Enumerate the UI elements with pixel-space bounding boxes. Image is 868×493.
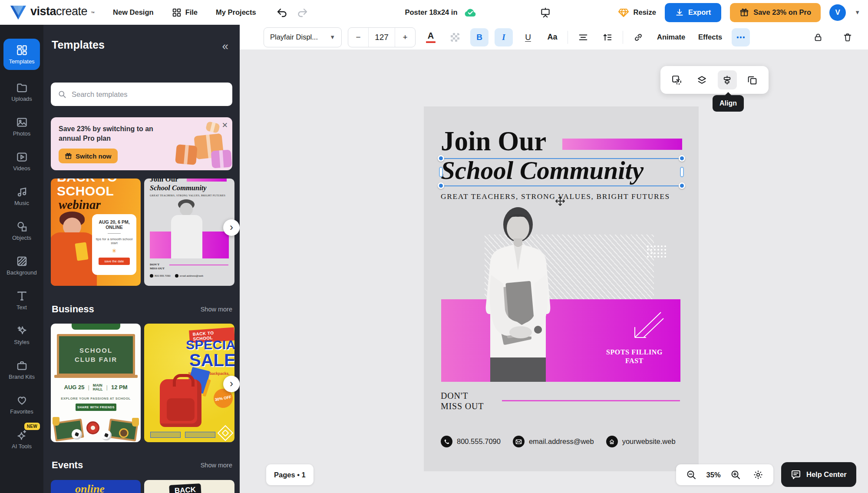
resize-button[interactable]: Resize [618, 7, 656, 18]
zoom-level[interactable]: 35% [706, 471, 721, 479]
selection-bottom-edge[interactable] [441, 185, 682, 186]
row-next-button[interactable]: › [223, 376, 240, 392]
template-thumb-back[interactable]: BACK [144, 480, 234, 493]
redo-icon [297, 7, 308, 18]
dots-grid-pattern [646, 245, 668, 258]
duplicate-button[interactable] [743, 70, 762, 89]
font-family-dropdown[interactable]: Playfair Displ...▼ [264, 27, 342, 47]
zoom-out-button[interactable] [684, 467, 699, 482]
line-spacing-button[interactable] [598, 28, 617, 46]
selection-handle-top-left[interactable] [438, 155, 444, 162]
nav-file[interactable]: File [172, 8, 198, 17]
switch-now-button[interactable]: Switch now [59, 149, 118, 163]
sidebar-item-photos[interactable]: Photos [2, 109, 42, 144]
canvas-area: Playfair Displ...▼ − 127 + A B I U Aa [240, 25, 868, 493]
text-format-toolbar: Playfair Displ...▼ − 127 + A B I U Aa [240, 25, 868, 50]
line-spacing-icon [603, 33, 612, 42]
lock-button[interactable] [809, 28, 827, 46]
videos-icon [16, 151, 28, 163]
font-size-decrease[interactable]: − [348, 28, 368, 47]
sidebar-item-text[interactable]: Text [2, 283, 42, 318]
events-show-more[interactable]: Show more [201, 462, 232, 469]
logo-wordmark: vistacreate [30, 5, 87, 18]
sidebar-item-background[interactable]: Background [2, 248, 42, 283]
nav-my-projects[interactable]: My Projects [216, 8, 256, 17]
align-button[interactable] [718, 70, 737, 89]
poster-title-line1[interactable]: Join Our [441, 126, 546, 157]
align-center-icon [578, 33, 588, 42]
text-align-button[interactable] [574, 28, 592, 46]
template-thumb-club-fair[interactable]: SCHOOL CLUB FAIR AUG 25| MAINHALL |12 PM… [51, 324, 141, 442]
font-color-button[interactable]: A [422, 28, 440, 46]
replace-button[interactable] [667, 70, 686, 89]
selection-handle-top-right[interactable] [679, 155, 685, 162]
zoom-in-button[interactable] [728, 467, 743, 482]
sidebar-item-objects[interactable]: Objects [2, 213, 42, 248]
teacher-photo[interactable] [465, 205, 571, 382]
sidebar-item-ai-tools[interactable]: NEW AI Tools [2, 422, 42, 457]
sidebar-item-videos[interactable]: Videos [2, 144, 42, 179]
section-title-business: Business [52, 304, 94, 315]
text-case-button[interactable]: Aa [543, 28, 561, 46]
account-caret-icon[interactable]: ▼ [855, 9, 860, 16]
template-thumb-online[interactable]: online [51, 480, 141, 493]
poster-dont-miss-text[interactable]: DON'TMISS OUT [441, 391, 484, 411]
template-thumb-special-sale[interactable]: BACK TO SCHOOL SPECIAL SALE Notebooks, b… [144, 324, 234, 442]
promo-banner[interactable]: Save 23% by switching to an annual Pro p… [51, 117, 232, 170]
font-size-increase[interactable]: + [395, 28, 415, 47]
document-title-group: Poster 18x24 in [405, 0, 476, 25]
vistacreate-logo[interactable]: vistacreate ™ [10, 5, 95, 20]
poster-spots-text[interactable]: SPOTS FILLINGFAST [597, 348, 671, 365]
business-show-more[interactable]: Show more [201, 306, 232, 313]
sidebar-item-uploads[interactable]: Uploads [2, 74, 42, 109]
element-toolbar [660, 66, 769, 94]
redo-button[interactable] [296, 6, 309, 19]
nav-new-design[interactable]: New Design [113, 8, 154, 17]
font-size-value[interactable]: 127 [368, 28, 395, 47]
undo-button[interactable] [275, 6, 288, 19]
poster-contacts[interactable]: 800.555.7090 email.address@web yourwebsi… [441, 436, 676, 447]
export-button[interactable]: Export [665, 3, 721, 22]
ellipsis-icon [736, 36, 745, 39]
template-thumb-school-community[interactable]: Join Our School Community GREAT TEACHERS… [144, 179, 234, 286]
animate-button[interactable]: Animate [653, 33, 689, 41]
bold-button[interactable]: B [470, 28, 488, 46]
layers-button[interactable] [693, 70, 712, 89]
poster-rule-line[interactable] [502, 400, 680, 401]
avatar[interactable]: V [829, 4, 846, 21]
align-icon [722, 75, 733, 86]
document-title[interactable]: Poster 18x24 in [405, 8, 457, 17]
selection-handle-right[interactable] [680, 167, 684, 177]
promo-close-icon[interactable]: ✕ [222, 121, 228, 130]
link-button[interactable] [629, 28, 647, 46]
italic-button[interactable]: I [495, 28, 513, 46]
selection-top-edge[interactable] [441, 158, 682, 159]
present-button[interactable] [538, 5, 553, 20]
collapse-panel-button[interactable]: « [222, 40, 228, 52]
sidebar-item-styles[interactable]: Styles [2, 318, 42, 352]
effects-button[interactable]: Effects [695, 33, 726, 41]
search-input[interactable] [72, 90, 225, 99]
delete-button[interactable] [838, 28, 857, 46]
selection-handle-left[interactable] [439, 167, 443, 177]
gear-icon [753, 470, 763, 480]
sidebar-item-brand-kits[interactable]: Brand Kits [2, 352, 42, 387]
canvas-settings-button[interactable] [751, 467, 766, 482]
poster-gradient-bar[interactable] [562, 139, 682, 150]
row-next-button[interactable]: › [223, 219, 240, 236]
sidebar-item-favorites[interactable]: Favorites [2, 387, 42, 422]
template-thumb-webinar[interactable]: BACK TO SCHOOL webinar AUG 20, 6 PM, ONL… [51, 179, 141, 286]
sidebar-item-templates[interactable]: Templates [3, 39, 40, 70]
poster-page[interactable]: Join Our School Community GREAT TEACHERS… [424, 106, 699, 471]
more-options-button[interactable] [732, 28, 750, 46]
undo-icon [276, 7, 287, 18]
selection-handle-bottom-left[interactable] [438, 182, 444, 189]
help-center-button[interactable]: Help Center [781, 462, 856, 487]
save-on-pro-button[interactable]: Save 23% on Pro [730, 3, 821, 22]
underline-button[interactable]: U [519, 28, 537, 46]
selection-handle-bottom-right[interactable] [679, 182, 685, 189]
transparency-button[interactable] [446, 28, 464, 46]
pages-button[interactable]: Pages • 1 [266, 464, 314, 485]
sidebar-item-music[interactable]: Music [2, 179, 42, 213]
poster-title-line2-selected[interactable]: School Community [441, 156, 644, 185]
